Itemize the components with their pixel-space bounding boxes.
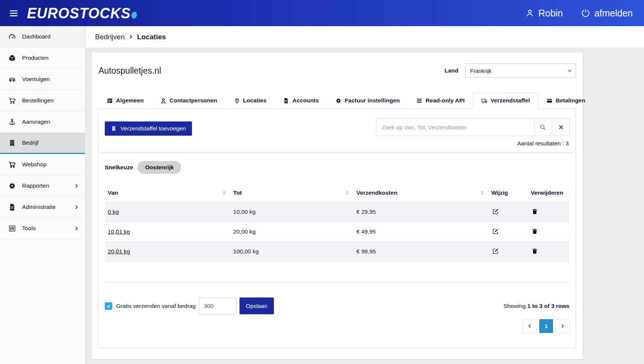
column-header-verzendkosten[interactable]: Verzendkosten: [353, 184, 488, 202]
clear-search-button[interactable]: [553, 118, 570, 136]
save-button[interactable]: Opslaan: [239, 297, 274, 314]
sidebar-item-webshop[interactable]: Webshop: [0, 154, 85, 175]
lines-icon: [416, 98, 422, 104]
edit-button[interactable]: [491, 227, 500, 235]
tab-read-only-api[interactable]: Read-only API: [408, 93, 473, 109]
search-button[interactable]: [534, 118, 551, 136]
table-row: 0 kg 10,00 kg € 29,95: [105, 202, 570, 222]
tab-algemeen[interactable]: Algemeen: [98, 93, 152, 109]
user-menu[interactable]: Robin: [525, 8, 563, 19]
van-link[interactable]: 20,01 kg: [108, 248, 130, 255]
table-header-row: Van Tot Verzendkosten Wijzig Verwijderen: [105, 184, 570, 202]
van-link[interactable]: 10,01 kg: [108, 228, 130, 235]
pencil-square-icon: [492, 208, 499, 215]
breadcrumb-current: Locaties: [137, 33, 166, 41]
pin-icon: [234, 98, 240, 104]
cube-icon: [8, 54, 16, 62]
add-verzendstaffel-button[interactable]: Verzendstaffel toevoegen: [105, 121, 192, 136]
car-icon: [8, 75, 16, 83]
brand-logo[interactable]: EUROSTOCKS: [27, 5, 137, 21]
showing-text: Showing 1 to 3 of 3 rows: [503, 303, 570, 309]
sidebar-item-label: Rapporten: [22, 182, 49, 189]
sort-icon[interactable]: [223, 189, 226, 197]
cart-icon: [8, 161, 16, 169]
table-section: Snelkeuze Oostenrijk Van: [99, 152, 576, 348]
tab-label: Verzendstaffel: [491, 97, 530, 104]
sidebar-item-aanvragen[interactable]: Aanvragen: [0, 111, 85, 133]
sidebar-item-label: Aanvragen: [22, 118, 50, 125]
van-link[interactable]: 0 kg: [108, 209, 119, 215]
tab-bar: Algemeen Contactpersonen Locaties: [98, 93, 576, 109]
card-header: Autospulletjes.nl Land Frankrijk: [92, 52, 583, 78]
delete-button[interactable]: [531, 247, 539, 255]
navbar-right: Robin afmelden: [525, 8, 644, 19]
brand-text: EUROSTOCKS: [27, 4, 131, 21]
sort-icon[interactable]: [346, 189, 349, 197]
sidebar-item-label: Voertuigen: [22, 76, 50, 83]
sidebar-item-tools[interactable]: Tools: [0, 218, 85, 239]
sidebar-item-administratie[interactable]: Administratie: [0, 197, 85, 218]
delete-button[interactable]: [531, 227, 539, 235]
tab-content-verzendstaffel: Verzendstaffel toevoegen: [98, 109, 576, 348]
company-card: Autospulletjes.nl Land Frankrijk: [92, 52, 583, 359]
chevron-right-icon: [128, 34, 133, 39]
column-header-verwijderen: Verwijderen: [528, 184, 570, 202]
person-icon: [160, 98, 167, 104]
toolbar: Verzendstaffel toevoegen: [99, 109, 576, 152]
logout-label: afmelden: [594, 8, 633, 19]
tab-locaties[interactable]: Locaties: [226, 93, 275, 109]
breadcrumb-parent[interactable]: Bedrijven: [95, 33, 125, 41]
sidebar-item-bestellingen[interactable]: Bestellingen: [0, 90, 85, 111]
menu-button[interactable]: [0, 0, 27, 26]
column-header-tot[interactable]: Tot: [230, 184, 353, 202]
table-row: 20,01 kg 100,00 kg € 99,95: [105, 242, 570, 262]
table-footer: Gratis verzenden vanaf bedrag Opslaan Sh…: [105, 297, 570, 314]
tab-label: Betalingen: [556, 97, 585, 104]
sidebar: Dashboard Producten Voertuigen Bestellin…: [0, 26, 85, 364]
results-count: Aantal resultaten : 3: [517, 140, 570, 147]
sidebar-item-producten[interactable]: Producten: [0, 47, 85, 69]
table-row: 10,01 kg 20,00 kg € 49,95: [105, 222, 570, 242]
anchor-icon: [8, 118, 16, 126]
quick-select-oostenrijk[interactable]: Oostenrijk: [138, 161, 181, 174]
sidebar-item-bedrijf[interactable]: Bedrijf: [0, 133, 85, 154]
menu-icon: [9, 8, 19, 18]
tab-label: Accounts: [292, 97, 319, 104]
tab-label: Algemeen: [116, 97, 144, 104]
trash-icon: [531, 228, 538, 235]
chevron-right-icon: [74, 183, 79, 188]
quick-select-label: Snelkeuze: [105, 164, 133, 171]
chevron-left-icon: [527, 324, 532, 328]
sort-icon[interactable]: [481, 189, 484, 197]
tab-label: Factuur instellingen: [345, 97, 400, 104]
quick-select-row: Snelkeuze Oostenrijk: [105, 161, 570, 174]
edit-button[interactable]: [491, 207, 500, 216]
edit-button[interactable]: [491, 247, 500, 255]
next-page-button[interactable]: [556, 319, 570, 333]
prev-page-button[interactable]: [523, 319, 537, 333]
tab-verzendstaffel[interactable]: Verzendstaffel: [473, 93, 538, 109]
search-icon: [539, 124, 546, 131]
tot-value: 100,00 kg: [230, 242, 353, 262]
logout-button[interactable]: afmelden: [581, 8, 633, 19]
sidebar-item-voertuigen[interactable]: Voertuigen: [0, 69, 85, 90]
sidebar-item-rapporten[interactable]: Rapporten: [0, 175, 85, 197]
kosten-value: € 49,95: [353, 222, 488, 242]
column-header-van[interactable]: Van: [105, 184, 230, 202]
search-area: Aantal resultaten : 3: [376, 118, 570, 147]
tab-betalingen[interactable]: Betalingen: [538, 93, 593, 109]
check-icon: [106, 303, 111, 309]
page-1-button[interactable]: 1: [539, 319, 553, 333]
cart-icon: [8, 97, 16, 105]
tab-contactpersonen[interactable]: Contactpersonen: [152, 93, 225, 109]
free-shipping-checkbox[interactable]: [105, 302, 112, 310]
top-navbar: EUROSTOCKS Robin afmelden: [0, 0, 644, 26]
delete-button[interactable]: [531, 207, 539, 216]
amount-input[interactable]: [199, 297, 237, 314]
search-input[interactable]: [376, 118, 535, 136]
tab-label: Contactpersonen: [170, 97, 217, 104]
tab-factuur-instellingen[interactable]: Factuur instellingen: [327, 93, 408, 109]
sidebar-item-dashboard[interactable]: Dashboard: [0, 26, 85, 47]
tab-accounts[interactable]: Accounts: [275, 93, 327, 109]
country-select[interactable]: Frankrijk: [465, 64, 576, 78]
